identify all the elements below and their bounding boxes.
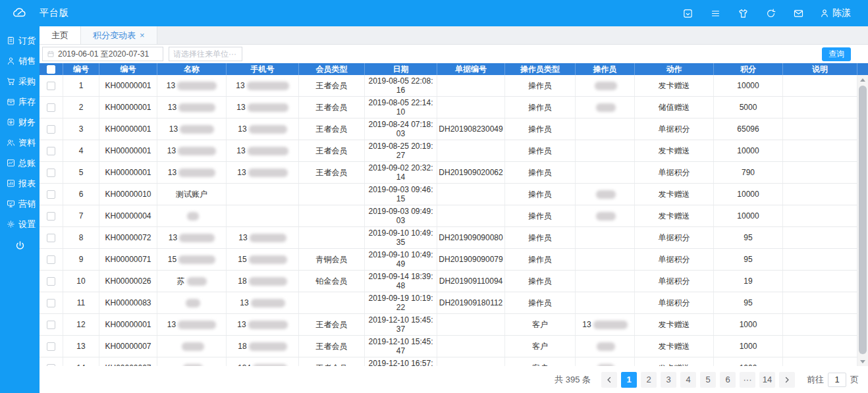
row-checkbox[interactable] (47, 321, 55, 329)
table-row[interactable]: 3KH000000011313王者会员2019-08-24 07:18:03DH… (40, 118, 857, 140)
cell-phone: 18 (227, 336, 299, 357)
cell-phone: 134 (227, 357, 299, 366)
box-icon (6, 97, 16, 107)
sidebar-item-purchase[interactable]: 采购 (0, 71, 40, 92)
cell-points: 19 (714, 271, 783, 292)
sidebar-item-sales[interactable]: 销售 (0, 51, 40, 71)
page-button-14[interactable]: 14 (759, 372, 775, 388)
operator-name (593, 81, 617, 90)
row-checkbox[interactable] (47, 169, 55, 177)
cell-name: 13 (157, 162, 227, 183)
row-checkbox[interactable] (47, 212, 55, 221)
page-ellipsis[interactable]: ··· (740, 372, 755, 388)
page-button-2[interactable]: 2 (641, 372, 657, 388)
search-button[interactable]: 查询 (822, 47, 851, 61)
page-button-6[interactable]: 6 (720, 372, 736, 388)
power-button[interactable] (0, 234, 40, 257)
calendar-icon (47, 50, 55, 58)
cell-points: 790 (714, 162, 783, 183)
sidebar-item-data[interactable]: 资料 (0, 132, 40, 153)
sidebar-item-finance[interactable]: 财务 (0, 112, 40, 132)
table-row[interactable]: 7KH000000042019-09-03 09:49:03操作员发卡赠送100… (40, 205, 857, 227)
cell-checkbox (40, 249, 63, 270)
cell-doc-number: DH201909090079 (437, 249, 505, 270)
people-icon (6, 138, 16, 147)
cell-operator (576, 292, 635, 313)
sidebar-item-settings[interactable]: 设置 (0, 214, 40, 234)
cell-note (783, 162, 857, 183)
table-row[interactable]: 11KH00000083132019-09-19 10:19:22DH20190… (40, 292, 857, 314)
unit-select-input[interactable]: 请选择往来单位··· (169, 47, 242, 61)
prev-page-button[interactable] (601, 372, 617, 388)
scroll-up-button[interactable] (857, 75, 868, 84)
table-row[interactable]: 9KH000000711515青铜会员2019-09-10 10:49:49DH… (40, 249, 857, 271)
sidebar-item-orders[interactable]: 订货 (0, 30, 40, 51)
page-button-3[interactable]: 3 (661, 372, 676, 388)
sidebar-item-inventory[interactable]: 库存 (0, 92, 40, 112)
table-row[interactable]: 13KH0000000718王者会员2019-12-10 15:45:47客户发… (40, 336, 857, 357)
vertical-scrollbar[interactable] (857, 75, 868, 366)
page-button-1[interactable]: 1 (621, 372, 637, 388)
menu-icon[interactable] (709, 7, 722, 20)
tab-home[interactable]: 主页 (40, 26, 81, 44)
sidebar-item-reports[interactable]: 报表 (0, 173, 40, 194)
row-checkbox[interactable] (47, 364, 55, 367)
row-checkbox[interactable] (47, 255, 55, 264)
refresh-icon[interactable] (764, 7, 777, 20)
row-checkbox[interactable] (47, 147, 55, 155)
row-checkbox[interactable] (47, 82, 55, 90)
sidebar-item-marketing[interactable]: 营销 (0, 194, 40, 214)
row-checkbox[interactable] (47, 277, 55, 286)
customer-phone: 13 (237, 168, 287, 177)
redacted-blur (597, 364, 614, 366)
customer-phone: 15 (238, 255, 286, 264)
cell-action: 发卡赠送 (635, 314, 714, 335)
operator-name (595, 342, 615, 351)
scroll-down-button[interactable] (857, 357, 868, 366)
table-row[interactable]: 12KH000000011313王者会员2019-12-10 15:45:37客… (40, 314, 857, 336)
customer-phone: 13 (240, 298, 285, 307)
goto-page-input[interactable] (828, 373, 846, 387)
page-button-4[interactable]: 4 (680, 372, 696, 388)
cell-checkbox (40, 75, 63, 96)
row-checkbox[interactable] (47, 125, 55, 134)
redacted-blur (248, 103, 288, 112)
table-row[interactable]: 2KH000000011313王者会员2019-08-05 22:14:10操作… (40, 97, 857, 118)
customer-name (184, 298, 200, 307)
cell-member-type: 王者会员 (299, 357, 365, 366)
tab-label: 主页 (51, 30, 68, 41)
table-row[interactable]: 8KH0000007213132019-09-10 10:49:35DH2019… (40, 227, 857, 249)
table-row[interactable]: 4KH000000011313王者会员2019-08-25 20:19:27操作… (40, 140, 857, 162)
table-row[interactable]: 10KH00000026苏18铂金会员2019-09-14 18:39:48DH… (40, 271, 857, 292)
redacted-blur (248, 147, 288, 155)
row-checkbox[interactable] (47, 299, 55, 307)
table-row[interactable]: 1KH000000011313王者会员2019-08-05 22:08:16操作… (40, 75, 857, 97)
table-row[interactable]: 5KH000000011313王者会员2019-09-02 20:32:14DH… (40, 162, 857, 184)
close-icon[interactable]: × (140, 31, 145, 39)
panel-icon[interactable] (681, 7, 694, 20)
row-checkbox[interactable] (47, 103, 55, 112)
column-header: 积分 (714, 63, 783, 75)
cell-checkbox (40, 292, 63, 313)
sidebar-item-ledger[interactable]: 总账 (0, 153, 40, 173)
next-page-button[interactable] (779, 372, 795, 388)
row-checkbox[interactable] (47, 342, 55, 351)
select-all-checkbox[interactable] (47, 65, 55, 74)
row-checkbox[interactable] (47, 234, 55, 242)
scrollbar-thumb[interactable] (859, 86, 867, 354)
pagination-bar: 共 395 条 123456···14 前往 页 (40, 366, 868, 393)
cell-phone: 13 (227, 75, 299, 96)
cloud-logo-icon[interactable] (0, 6, 40, 20)
table-row[interactable]: 14KH00000007134王者会员2019-12-10 16:57:2客户发… (40, 357, 857, 366)
theme-shirt-icon[interactable] (736, 7, 749, 20)
goto-label: 前往 (807, 374, 824, 386)
user-menu[interactable]: 陈漾 (819, 7, 851, 19)
tab-points[interactable]: 积分变动表× (81, 26, 157, 44)
cell-operator-type: 操作员 (505, 162, 576, 183)
cell-datetime: 2019-09-03 09:46:15 (365, 184, 437, 205)
mail-icon[interactable] (792, 7, 805, 20)
row-checkbox[interactable] (47, 190, 55, 199)
date-range-input[interactable]: 2019-06-01 至2020-07-31 (42, 47, 163, 61)
page-button-5[interactable]: 5 (700, 372, 716, 388)
table-row[interactable]: 6KH00000010测试账户2019-09-03 09:46:15操作员发卡赠… (40, 184, 857, 205)
